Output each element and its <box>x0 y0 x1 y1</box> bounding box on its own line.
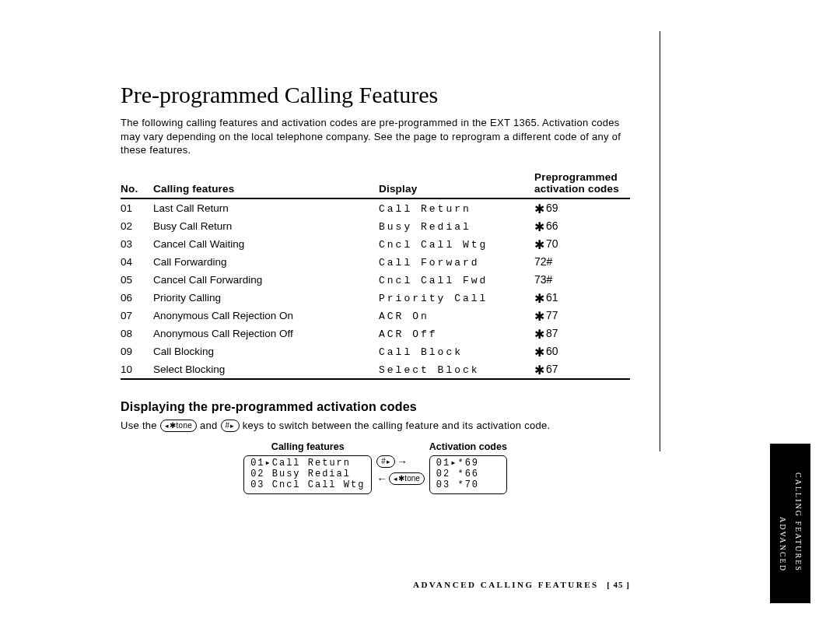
cell-no: 09 <box>121 342 153 360</box>
cell-feature: Call Forwarding <box>153 253 379 271</box>
cell-no: 05 <box>121 271 153 289</box>
table-row: 03Cancel Call WaitingCncl Call Wtg✱70 <box>121 235 630 253</box>
cell-display: Cncl Call Fwd <box>379 271 534 289</box>
cell-display: Busy Redial <box>379 217 534 235</box>
table-row: 06Priority CallingPriority Call✱61 <box>121 289 630 307</box>
footer-section: ADVANCED CALLING FEATURES <box>413 580 599 589</box>
col-header-no: No. <box>121 168 153 198</box>
hash-key: # <box>221 420 240 432</box>
tab-line-2: CALLING FEATURES <box>793 472 803 572</box>
cell-code: 73# <box>534 271 630 289</box>
table-row: 09Call BlockingCall Block✱60 <box>121 342 630 360</box>
lcd-screen-features: 01▸Call Return 02 Busy Redial 03 Cncl Ca… <box>243 455 372 493</box>
cell-no: 07 <box>121 307 153 325</box>
col-header-code: Preprogrammedactivation codes <box>534 168 630 198</box>
cell-display: Priority Call <box>379 289 534 307</box>
arrow-right-icon: → <box>397 458 408 465</box>
cell-no: 04 <box>121 253 153 271</box>
table-row: 02Busy Call ReturnBusy Redial✱66 <box>121 217 630 235</box>
lcd-diagram: Calling features 01▸Call Return 02 Busy … <box>121 441 630 493</box>
cell-feature: Busy Call Return <box>153 217 379 235</box>
tone-key-icon: ✱tone <box>389 472 424 485</box>
section-thumb-tab: ADVANCED CALLING FEATURES <box>770 444 810 603</box>
cell-code: ✱67 <box>534 360 630 379</box>
cell-code: ✱77 <box>534 307 630 325</box>
diagram-left-label: Calling features <box>243 441 372 452</box>
col-header-display: Display <box>379 168 534 198</box>
cell-code: ✱66 <box>534 217 630 235</box>
table-row: 07Anonymous Call Rejection OnACR On✱77 <box>121 307 630 325</box>
page-title: Pre-programmed Calling Features <box>121 82 630 108</box>
cell-display: ACR Off <box>379 325 534 342</box>
cell-feature: Priority Calling <box>153 289 379 307</box>
cell-no: 08 <box>121 325 153 342</box>
cell-feature: Cancel Call Waiting <box>153 235 379 253</box>
cell-no: 02 <box>121 217 153 235</box>
hash-key-icon: # <box>376 455 395 468</box>
cell-no: 03 <box>121 235 153 253</box>
footer-page-number: [ 45 ] <box>607 580 630 589</box>
table-row: 10Select BlockingSelect Block✱67 <box>121 360 630 379</box>
cell-feature: Last Call Return <box>153 198 379 217</box>
page-content: Pre-programmed Calling Features The foll… <box>121 82 630 494</box>
cell-feature: Select Blocking <box>153 360 379 379</box>
cell-code: 72# <box>534 253 630 271</box>
table-row: 08Anonymous Call Rejection OffACR Off✱87 <box>121 325 630 342</box>
cell-display: Select Block <box>379 360 534 379</box>
diagram-right-label: Activation codes <box>429 441 507 452</box>
cell-code: ✱61 <box>534 289 630 307</box>
cell-no: 06 <box>121 289 153 307</box>
vertical-rule <box>660 31 660 451</box>
cell-code: ✱60 <box>534 342 630 360</box>
intro-paragraph: The following calling features and activ… <box>121 116 630 157</box>
cell-display: Cncl Call Wtg <box>379 235 534 253</box>
cell-code: ✱70 <box>534 235 630 253</box>
tab-line-1: ADVANCED <box>777 517 788 572</box>
cell-no: 10 <box>121 360 153 379</box>
cell-display: Call Forward <box>379 253 534 271</box>
cell-feature: Call Blocking <box>153 342 379 360</box>
tone-key: ✱tone <box>160 420 197 432</box>
cell-no: 01 <box>121 198 153 217</box>
feature-codes-table: No. Calling features Display Preprogramm… <box>121 168 630 380</box>
cell-display: ACR On <box>379 307 534 325</box>
cell-feature: Cancel Call Forwarding <box>153 271 379 289</box>
subheading: Displaying the pre-programmed activation… <box>121 400 630 414</box>
cell-display: Call Return <box>379 198 534 217</box>
cell-feature: Anonymous Call Rejection Off <box>153 325 379 342</box>
use-keys-line: Use the ✱tone and # keys to switch betwe… <box>121 419 630 433</box>
cell-feature: Anonymous Call Rejection On <box>153 307 379 325</box>
table-row: 04Call ForwardingCall Forward72# <box>121 253 630 271</box>
table-row: 05Cancel Call ForwardingCncl Call Fwd73# <box>121 271 630 289</box>
arrow-left-icon: ← <box>376 475 387 483</box>
col-header-feature: Calling features <box>153 168 379 198</box>
diagram-key-arrows: # → ← ✱tone <box>376 441 424 485</box>
lcd-screen-codes: 01▸*69 02 *66 03 *70 <box>429 455 507 493</box>
cell-display: Call Block <box>379 342 534 360</box>
cell-code: ✱87 <box>534 325 630 342</box>
page-footer: ADVANCED CALLING FEATURES [ 45 ] <box>121 580 630 589</box>
cell-code: ✱69 <box>534 198 630 217</box>
table-row: 01Last Call ReturnCall Return✱69 <box>121 198 630 217</box>
